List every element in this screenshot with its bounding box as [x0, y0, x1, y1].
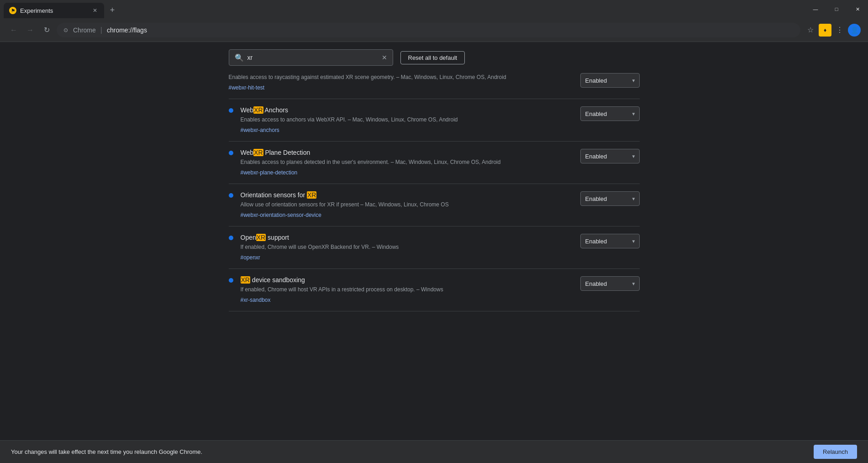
bottom-message: Your changes will take effect the next t…	[11, 448, 202, 455]
flag-title-webxr-plane: WebXR Plane Detection	[241, 149, 573, 156]
flag-list: Enables access to raycasting against est…	[229, 73, 640, 311]
address-url: chrome://flags	[107, 26, 147, 34]
flag-title-xr-sandbox: XR device sandboxing	[241, 276, 573, 284]
profile-icon[interactable]: 👤	[848, 24, 861, 37]
close-button[interactable]: ✕	[847, 0, 868, 18]
menu-icon[interactable]: ⋮	[833, 24, 846, 37]
secure-icon: ⊙	[62, 26, 69, 34]
flag-desc-orientation-xr: Allow use of orientation sensors for XR …	[241, 200, 573, 209]
flag-title-openxr: OpenXR support	[241, 234, 573, 241]
flag-control-webxr-anchors: Default Enabled Disabled	[580, 106, 640, 121]
flag-indicator-xr-sandbox	[229, 278, 233, 283]
flag-indicator-plane	[229, 151, 233, 155]
flag-item-webxr-anchors: WebXR Anchors Enables access to anchors …	[229, 99, 640, 142]
flag-desc-webxr-anchors: Enables access to anchors via WebXR API.…	[241, 116, 573, 124]
bookmark-icon[interactable]: ☆	[804, 24, 817, 37]
partial-flag-control: Default Enabled Disabled	[580, 73, 640, 88]
tab-favicon: ⚑	[9, 7, 16, 14]
flag-info-orientation-xr: Orientation sensors for XR Allow use of …	[241, 191, 573, 219]
select-wrapper-xr-sandbox: Default Enabled Disabled	[580, 276, 640, 291]
partial-flag-desc: Enables access to raycasting against est…	[229, 73, 573, 81]
address-separator: |	[100, 26, 102, 34]
toolbar-right: ☆ ♦ ⋮ 👤	[804, 24, 861, 37]
flag-desc-xr-sandbox: If enabled, Chrome will host VR APIs in …	[241, 285, 573, 294]
main-content: 🔍 xr ✕ Reset all to default Enables acce…	[0, 42, 868, 440]
address-bar: ← → ↻ ⊙ Chrome | chrome://flags ☆ ♦ ⋮ 👤	[0, 18, 868, 42]
search-icon: 🔍	[235, 53, 244, 62]
window-controls: — □ ✕	[805, 0, 868, 18]
relaunch-button[interactable]: Relaunch	[814, 445, 857, 459]
flag-title-webxr-anchors: WebXR Anchors	[241, 106, 573, 114]
forward-button[interactable]: →	[24, 24, 37, 37]
new-tab-button[interactable]: +	[106, 4, 119, 16]
search-bar-row: 🔍 xr ✕ Reset all to default	[229, 42, 640, 73]
flag-desc-webxr-plane: Enables access to planes detected in the…	[241, 158, 573, 166]
flag-control-orientation-xr: Default Enabled Disabled	[580, 191, 640, 206]
back-button[interactable]: ←	[7, 24, 20, 37]
reset-all-button[interactable]: Reset all to default	[400, 51, 465, 64]
select-wrapper-webxr-plane: Default Enabled Disabled	[580, 149, 640, 163]
select-wrapper-webxr-anchors: Default Enabled Disabled	[580, 106, 640, 121]
flag-item-openxr: OpenXR support If enabled, Chrome will u…	[229, 226, 640, 269]
address-input[interactable]: ⊙ Chrome | chrome://flags	[57, 23, 800, 37]
flag-link-xr-sandbox[interactable]: #xr-sandbox	[241, 297, 271, 303]
active-tab[interactable]: ⚑ Experiments ✕	[4, 3, 104, 18]
flag-title-orientation-xr: Orientation sensors for XR	[241, 191, 573, 199]
flag-info-webxr-plane: WebXR Plane Detection Enables access to …	[241, 149, 573, 176]
flag-info-webxr-anchors: WebXR Anchors Enables access to anchors …	[241, 106, 573, 134]
flag-link-webxr-anchors[interactable]: #webxr-anchors	[241, 127, 279, 133]
partial-flag-link[interactable]: #webxr-hit-test	[229, 84, 265, 91]
partial-select-wrapper: Default Enabled Disabled	[580, 73, 640, 88]
select-wrapper-orientation-xr: Default Enabled Disabled	[580, 191, 640, 206]
tab-close-button[interactable]: ✕	[91, 7, 99, 14]
flag-link-webxr-plane[interactable]: #webxr-plane-detection	[241, 169, 298, 176]
search-box[interactable]: 🔍 xr ✕	[229, 49, 393, 66]
flag-item-webxr-plane: WebXR Plane Detection Enables access to …	[229, 142, 640, 184]
minimize-button[interactable]: —	[805, 0, 826, 18]
flag-link-orientation-xr[interactable]: #webxr-orientation-sensor-device	[241, 212, 321, 218]
extension-icon[interactable]: ♦	[819, 24, 831, 37]
flag-select-webxr-plane[interactable]: Default Enabled Disabled	[580, 149, 640, 163]
search-input[interactable]: xr	[247, 54, 378, 61]
flag-item-xr-sandbox: XR device sandboxing If enabled, Chrome …	[229, 269, 640, 311]
tab-title: Experiments	[20, 7, 88, 14]
flag-control-openxr: Default Enabled Disabled	[580, 234, 640, 248]
flag-item-orientation-xr: Orientation sensors for XR Allow use of …	[229, 184, 640, 226]
bottom-bar: Your changes will take effect the next t…	[0, 440, 868, 463]
flag-link-openxr[interactable]: #openxr	[241, 254, 260, 261]
flag-select-xr-sandbox[interactable]: Default Enabled Disabled	[580, 276, 640, 291]
flag-control-webxr-plane: Default Enabled Disabled	[580, 149, 640, 163]
select-wrapper-openxr: Default Enabled Disabled	[580, 234, 640, 248]
flag-info-openxr: OpenXR support If enabled, Chrome will u…	[241, 234, 573, 261]
flag-info-xr-sandbox: XR device sandboxing If enabled, Chrome …	[241, 276, 573, 304]
partial-flag-select[interactable]: Default Enabled Disabled	[580, 73, 640, 88]
search-clear-icon[interactable]: ✕	[382, 54, 387, 61]
flag-indicator-orientation	[229, 193, 233, 198]
flag-select-openxr[interactable]: Default Enabled Disabled	[580, 234, 640, 248]
flag-select-orientation-xr[interactable]: Default Enabled Disabled	[580, 191, 640, 206]
reload-button[interactable]: ↻	[40, 24, 53, 37]
flag-indicator	[229, 108, 233, 113]
flag-select-webxr-anchors[interactable]: Default Enabled Disabled	[580, 106, 640, 121]
flag-item-partial: Enables access to raycasting against est…	[229, 73, 640, 99]
partial-flag-info: Enables access to raycasting against est…	[229, 73, 573, 91]
maximize-button[interactable]: □	[826, 0, 847, 18]
address-brand: Chrome	[73, 26, 96, 34]
title-bar: ⚑ Experiments ✕ + — □ ✕	[0, 0, 868, 18]
flag-desc-openxr: If enabled, Chrome will use OpenXR Backe…	[241, 243, 573, 251]
flag-indicator-openxr	[229, 236, 233, 240]
content-area: 🔍 xr ✕ Reset all to default Enables acce…	[229, 42, 640, 440]
flag-control-xr-sandbox: Default Enabled Disabled	[580, 276, 640, 291]
